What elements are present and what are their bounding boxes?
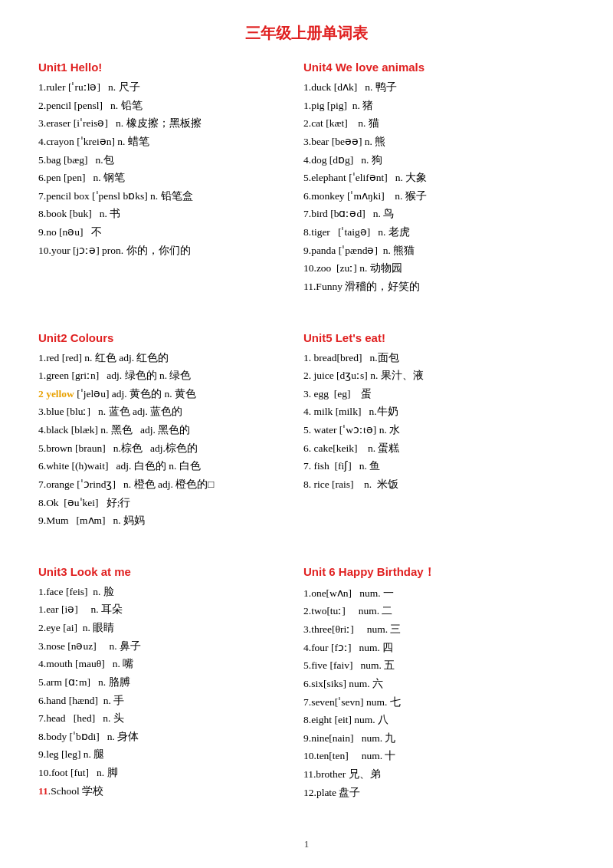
list-item: 11.brother 兄、弟 (303, 765, 575, 784)
unit3-title: Unit3 Look at me (38, 565, 288, 578)
list-item: 8. rice [rais] n. 米饭 (303, 475, 575, 494)
list-item: 12.plate 盘子 (303, 784, 575, 802)
list-item: 5.brown [braun] n.棕色 adj.棕色的 (38, 439, 288, 458)
list-item: 4.dog [dɒg] n. 狗 (303, 151, 575, 169)
list-item: 9.no [nəu] 不 (38, 223, 288, 242)
list-item: 4.mouth [mauθ] n. 嘴 (38, 655, 288, 673)
list-item: 1.green [griːn] adj. 绿色的 n. 绿色 (38, 367, 288, 385)
list-item: 4.four [fɔː] num. 四 (303, 639, 575, 657)
list-item: 9.nine[nain] num. 九 (303, 729, 575, 748)
unit3-section: Unit3 Look at me 1.face [feis] n. 脸 1.ea… (38, 565, 288, 801)
list-item: 7.head [hed] n. 头 (38, 709, 288, 728)
unit4-word-list: 1.duck [dʌk] n. 鸭子 1.pig [pig] n. 猪 2.ca… (303, 78, 575, 296)
unit4-title: Unit4 We love animals (303, 61, 575, 74)
list-item: 6.pen [pen] n. 钢笔 (38, 169, 288, 187)
unit3-word-list: 1.face [feis] n. 脸 1.ear [iə] n. 耳朵 2.ey… (38, 583, 288, 801)
list-item: 10.ten[ten] num. 十 (303, 747, 575, 765)
list-item: 5.arm [ɑːm] n. 胳膊 (38, 673, 288, 692)
page-title: 三年级上册单词表 (38, 23, 575, 44)
list-item: 3.nose [nəuz] n. 鼻子 (38, 637, 288, 656)
yellow-highlight: 2 yellow (38, 388, 74, 399)
unit6-word-list: 1.one[wʌn] num. 一 2.two[tuː] num. 二 3.th… (303, 584, 575, 802)
list-item: 3. egg [eg] 蛋 (303, 385, 575, 403)
unit2-section: Unit2 Colours 1.red [red] n. 红色 adj. 红色的… (38, 331, 288, 530)
list-item: 8.body [ˈbɒdi] n. 身体 (38, 728, 288, 746)
list-item: 4.black [blæk] n. 黑色 adj. 黑色的 (38, 421, 288, 439)
list-item: 4.crayon [ˈkreiən] n. 蜡笔 (38, 133, 288, 151)
list-item: 1.duck [dʌk] n. 鸭子 (303, 78, 575, 97)
list-item: 10.your [jɔːə] pron. 你的，你们的 (38, 242, 288, 260)
list-item: 1.face [feis] n. 脸 (38, 583, 288, 601)
list-item: 2.two[tuː] num. 二 (303, 602, 575, 620)
unit6-title: Unit 6 Happy Birthday！ (303, 565, 575, 580)
list-item: 6.monkey [ˈmʌŋki] n. 猴子 (303, 187, 575, 205)
list-item: 7.orange [ˈɔrindʒ] n. 橙色 adj. 橙色的□ (38, 475, 288, 494)
list-item: 5.elephant [ˈelifənt] n. 大象 (303, 169, 575, 187)
list-item: 11.School 学校 (38, 782, 288, 801)
list-item: 7.bird [bɑːəd] n. 鸟 (303, 205, 575, 223)
list-item: 5. water [ˈwɔːtə] n. 水 (303, 421, 575, 439)
unit2-word-list: 1.red [red] n. 红色 adj. 红色的 1.green [griː… (38, 349, 288, 530)
unit1-title: Unit1 Hello! (38, 61, 288, 74)
list-item: 7.pencil box [ˈpensl bɒks] n. 铅笔盒 (38, 187, 288, 205)
list-item: 7.seven[ˈsevn] num. 七 (303, 693, 575, 712)
unit2-title: Unit2 Colours (38, 331, 288, 344)
list-item: 2.pencil [pensl] n. 铅笔 (38, 97, 288, 115)
list-item: 7. fish [fiʃ] n. 鱼 (303, 457, 575, 475)
list-item: 6.hand [hænd] n. 手 (38, 692, 288, 710)
list-item: 2.eye [ai] n. 眼睛 (38, 619, 288, 637)
list-item: 3.three[θriː] num. 三 (303, 620, 575, 639)
list-item: 9.leg [leg] n. 腿 (38, 745, 288, 764)
list-item: 5.five [faiv] num. 五 (303, 656, 575, 675)
unit1-word-list: 1.ruler [ˈruːlə] n. 尺子 2.pencil [pensl] … (38, 78, 288, 259)
list-item: 6.six[siks] num. 六 (303, 675, 575, 693)
list-item: 10.zoo [zuː] n. 动物园 (303, 259, 575, 278)
unit5-section: Unit5 Let's eat! 1. bread[bred] n.面包 2. … (303, 331, 575, 494)
list-item: 6.white [(h)wait] adj. 白色的 n. 白色 (38, 457, 288, 475)
list-item: 2 yellow [ˈjeləu] adj. 黄色的 n. 黄色 (38, 385, 288, 403)
list-item: 4. milk [milk] n.牛奶 (303, 403, 575, 421)
list-item: 1.one[wʌn] num. 一 (303, 584, 575, 603)
unit1-section: Unit1 Hello! 1.ruler [ˈruːlə] n. 尺子 2.pe… (38, 61, 288, 259)
list-item: 9.Mum [mʌm] n. 妈妈 (38, 511, 288, 530)
unit6-section: Unit 6 Happy Birthday！ 1.one[wʌn] num. 一… (303, 565, 575, 802)
list-item: 3.bear [beəə] n. 熊 (303, 133, 575, 151)
list-item: 2.cat [kæt] n. 猫 (303, 114, 575, 133)
school-highlight: 11 (38, 785, 48, 797)
list-item: 10.foot [fut] n. 脚 (38, 764, 288, 782)
list-item: 11.Funny 滑稽的，好笑的 (303, 278, 575, 296)
list-item: 5.bag [bæg] n.包 (38, 151, 288, 169)
list-item: 8.book [buk] n. 书 (38, 205, 288, 223)
list-item: 3.blue [bluː] n. 蓝色 adj. 蓝色的 (38, 403, 288, 421)
list-item: 6. cake[keik] n. 蛋糕 (303, 439, 575, 458)
list-item: 1.ruler [ˈruːlə] n. 尺子 (38, 78, 288, 97)
list-item: 2. juice [dʒuːs] n. 果汁、液 (303, 367, 575, 385)
list-item: 1. bread[bred] n.面包 (303, 349, 575, 367)
unit4-section: Unit4 We love animals 1.duck [dʌk] n. 鸭子… (303, 61, 575, 296)
list-item: 8.Ok [əuˈkei] 好;行 (38, 494, 288, 512)
page-number: 1 (38, 838, 575, 850)
unit5-title: Unit5 Let's eat! (303, 331, 575, 344)
list-item: 3.eraser [iˈreisə] n. 橡皮擦；黑板擦 (38, 114, 288, 133)
list-item: 1.ear [iə] n. 耳朵 (38, 600, 288, 619)
list-item: 9.panda [ˈpændə] n. 熊猫 (303, 242, 575, 260)
list-item: 8.tiger [ˈtaigə] n. 老虎 (303, 223, 575, 242)
list-item: 1.pig [pig] n. 猪 (303, 97, 575, 115)
list-item: 8.eight [eit] num. 八 (303, 711, 575, 729)
unit5-word-list: 1. bread[bred] n.面包 2. juice [dʒuːs] n. … (303, 349, 575, 494)
list-item: 1.red [red] n. 红色 adj. 红色的 (38, 349, 288, 367)
